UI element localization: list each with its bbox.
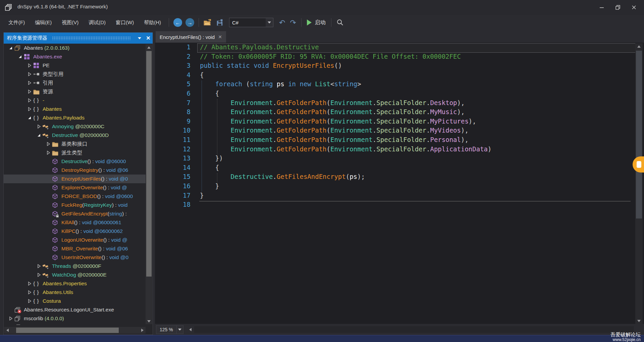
scroll-left-icon[interactable] bbox=[187, 326, 194, 333]
menu-d[interactable]: 调试(D) bbox=[84, 17, 111, 28]
code-vertical-scrollbar[interactable] bbox=[635, 43, 643, 324]
scroll-right-icon[interactable] bbox=[139, 327, 146, 333]
tree-item-abantes[interactable]: Abantes (2.0.0.163) bbox=[4, 44, 146, 52]
close-button[interactable] bbox=[626, 0, 642, 15]
tree-item-row[interactable]: { }- bbox=[4, 96, 146, 105]
code-line-18[interactable]: 18 bbox=[155, 201, 633, 210]
tree-item-encryptuserfiles[interactable]: EncryptUserFiles() : void @0 bbox=[4, 175, 146, 183]
expand-icon[interactable] bbox=[45, 150, 52, 155]
redo-icon[interactable]: ↷ bbox=[290, 18, 296, 27]
panel-close-icon[interactable]: ✕ bbox=[144, 33, 153, 44]
expand-icon[interactable] bbox=[26, 281, 33, 286]
tree-hscroll-thumb[interactable] bbox=[16, 328, 119, 333]
tree-item-threads[interactable]: Threads @0200000F bbox=[4, 262, 146, 271]
tree-item-costura[interactable]: { }Costura bbox=[4, 297, 146, 305]
code-view[interactable]: 1// Abantes.Payloads.Destructive2// Toke… bbox=[155, 43, 633, 324]
tree-item-exploreroverwrite[interactable]: ExplorerOverwrite() : void @ bbox=[4, 183, 146, 192]
zoom-dropdown-icon[interactable] bbox=[176, 326, 183, 334]
tree-horizontal-scrollbar[interactable] bbox=[4, 327, 146, 334]
tab-close-icon[interactable]: ✕ bbox=[218, 34, 222, 40]
menu-e[interactable]: 编辑(E) bbox=[30, 17, 57, 28]
assembly-explorer-header[interactable]: 程序集资源管理器 ✕ bbox=[4, 33, 153, 44]
menu-h[interactable]: 帮助(H) bbox=[139, 17, 166, 28]
expand-icon[interactable] bbox=[7, 316, 14, 321]
tree-item-abantes-exe[interactable]: Abantes.exe bbox=[4, 52, 146, 61]
tree-item-destructive[interactable]: Destructive() : void @06000 bbox=[4, 157, 146, 166]
scroll-down-icon[interactable] bbox=[146, 318, 152, 324]
language-select[interactable]: C# bbox=[229, 18, 273, 27]
scroll-up-icon[interactable] bbox=[635, 43, 643, 49]
navigate-forward-icon[interactable]: → bbox=[185, 18, 194, 27]
start-debug-button[interactable]: 启动 bbox=[307, 19, 326, 26]
expand-icon[interactable] bbox=[26, 290, 33, 295]
tree-item-abantes-properties[interactable]: { }Abantes.Properties bbox=[4, 279, 146, 288]
panel-menu-icon[interactable] bbox=[135, 33, 144, 44]
tree-item-force-bsod[interactable]: FORCE_BSOD() : void @0600 bbox=[4, 192, 146, 201]
tree-item-abantes-utils[interactable]: { }Abantes.Utils bbox=[4, 288, 146, 297]
code-line-13[interactable]: 13 }) bbox=[155, 154, 633, 164]
tree-item-killall[interactable]: KillAll() : void @06000061 bbox=[4, 218, 146, 227]
tree-item-abantes[interactable]: { }Abantes bbox=[4, 105, 146, 113]
code-line-9[interactable]: 9 Environment.GetFolderPath(Environment.… bbox=[155, 117, 633, 127]
code-line-8[interactable]: 8 Environment.GetFolderPath(Environment.… bbox=[155, 108, 633, 117]
expand-icon[interactable] bbox=[26, 63, 33, 68]
expand-icon[interactable] bbox=[26, 81, 33, 85]
code-line-5[interactable]: 5 foreach (string ps in new List<string> bbox=[155, 80, 633, 90]
tree-item-abantes-payloads[interactable]: { }Abantes.Payloads bbox=[4, 113, 146, 122]
tree-item-logonuioverwrite[interactable]: LogonUIOverwrite() : void @ bbox=[4, 236, 146, 244]
menu-f[interactable]: 文件(F) bbox=[3, 17, 30, 28]
navigate-back-icon[interactable]: ← bbox=[173, 18, 182, 27]
code-line-16[interactable]: 16 } bbox=[155, 182, 633, 192]
collapse-icon[interactable] bbox=[16, 55, 24, 59]
tree-item-类型引用[interactable]: 类型引用 bbox=[4, 70, 146, 79]
search-icon[interactable] bbox=[335, 17, 345, 28]
language-select-dropdown[interactable] bbox=[266, 18, 273, 27]
tree-item-destructive[interactable]: Destructive @0200000D bbox=[4, 131, 146, 140]
tree-item-mbr-overwrite[interactable]: MBR_Overwrite() : void @06 bbox=[4, 244, 146, 253]
tree-item-派生类型[interactable]: 派生类型 bbox=[4, 148, 146, 157]
zoom-select[interactable]: 125 % bbox=[156, 325, 183, 334]
scroll-down-icon[interactable] bbox=[635, 318, 643, 324]
code-line-1[interactable]: 1// Abantes.Payloads.Destructive bbox=[155, 43, 633, 53]
collapse-icon[interactable] bbox=[7, 46, 14, 50]
code-line-10[interactable]: 10 Environment.GetFolderPath(Environment… bbox=[155, 127, 633, 136]
expand-icon[interactable] bbox=[26, 107, 33, 111]
tree-item-destroyregistry[interactable]: DestroyRegistry() : void @06 bbox=[4, 166, 146, 175]
panel-drag-grip[interactable] bbox=[52, 36, 130, 40]
tree-item-mscorlib[interactable]: mscorlib (4.0.0.0) bbox=[4, 314, 146, 323]
expand-icon[interactable] bbox=[35, 124, 43, 129]
save-all-icon[interactable] bbox=[215, 17, 225, 28]
tree-item-row[interactable] bbox=[4, 323, 146, 325]
collapse-icon[interactable] bbox=[26, 116, 33, 120]
open-file-icon[interactable] bbox=[203, 17, 213, 28]
code-line-7[interactable]: 7 Environment.GetFolderPath(Environment.… bbox=[155, 99, 633, 108]
tree-item-watchdog[interactable]: WatchDog @0200000E bbox=[4, 271, 146, 279]
code-line-17[interactable]: 17} bbox=[155, 192, 633, 201]
tree-item-基类和接口[interactable]: 基类和接口 bbox=[4, 140, 146, 148]
code-line-14[interactable]: 14 { bbox=[155, 164, 633, 173]
restore-button[interactable] bbox=[610, 0, 626, 15]
code-horizontal-scrollbar[interactable] bbox=[194, 326, 634, 333]
code-line-2[interactable]: 2// Token: 0x0600005F RID: 95 RVA: 0x000… bbox=[155, 53, 633, 62]
menu-v[interactable]: 视图(V) bbox=[57, 17, 84, 28]
code-line-6[interactable]: 6 { bbox=[155, 90, 633, 99]
expand-icon[interactable] bbox=[26, 89, 33, 94]
tree-item-userinitoverwrite[interactable]: UserInitOverwrite() : void @0 bbox=[4, 253, 146, 262]
scroll-up-icon[interactable] bbox=[146, 44, 152, 50]
undo-icon[interactable]: ↶ bbox=[279, 18, 285, 27]
expand-icon[interactable] bbox=[35, 273, 43, 277]
expand-icon[interactable] bbox=[45, 142, 52, 146]
tree-item-资源[interactable]: 资源 bbox=[4, 87, 146, 96]
code-vscroll-thumb[interactable] bbox=[636, 51, 642, 218]
tree-item-killpc[interactable]: KillPC() : void @06000062 bbox=[4, 227, 146, 236]
expand-icon[interactable] bbox=[35, 264, 43, 268]
tree-vertical-scrollbar[interactable] bbox=[146, 44, 152, 324]
tree-vscroll-thumb[interactable] bbox=[146, 51, 152, 277]
scroll-left-icon[interactable] bbox=[4, 327, 11, 333]
code-line-11[interactable]: 11 Environment.GetFolderPath(Environment… bbox=[155, 136, 633, 145]
tree-item-pe[interactable]: PE bbox=[4, 61, 146, 70]
tree-item-abantes-resources-logonui-start-exe[interactable]: Abantes.Resources.LogonUI_Start.exe bbox=[4, 305, 146, 314]
tree-item-引用[interactable]: 引用 bbox=[4, 79, 146, 87]
minimize-button[interactable] bbox=[594, 0, 610, 15]
tree-item-annoying[interactable]: Annoying @0200000C bbox=[4, 122, 146, 131]
